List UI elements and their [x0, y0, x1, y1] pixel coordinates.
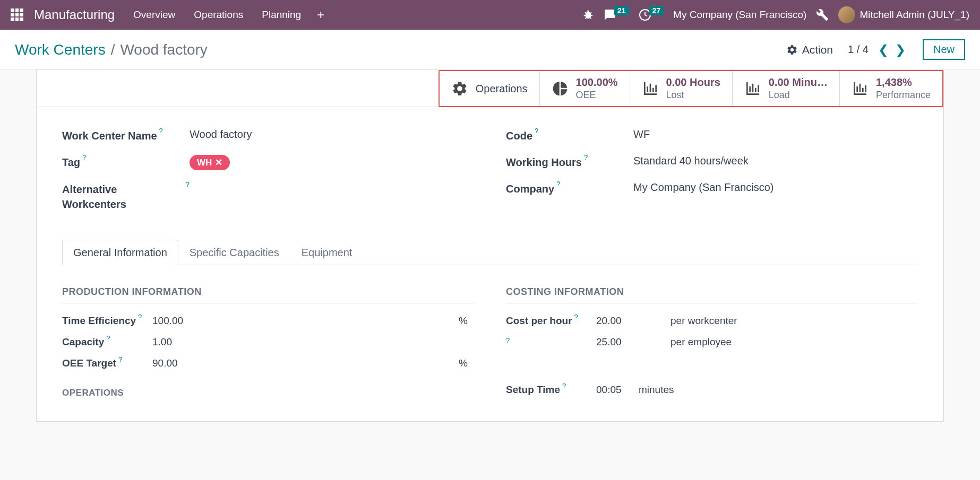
bar-chart-icon: [744, 80, 761, 97]
oee-target-value[interactable]: 90.00: [152, 357, 227, 369]
stat-load-value: 0.00 Minu…: [769, 76, 828, 89]
pie-chart-icon: [552, 80, 569, 97]
cph-label: Cost per hour: [506, 315, 572, 327]
stat-load-label: Load: [769, 89, 828, 101]
new-button[interactable]: New: [923, 39, 965, 60]
name-value[interactable]: Wood factory: [190, 128, 474, 141]
breadcrumb-bar: Work Centers / Wood factory Action 1 / 4…: [0, 30, 980, 70]
help-icon[interactable]: ?: [138, 313, 142, 325]
pager[interactable]: 1 / 4: [848, 43, 869, 56]
breadcrumb: Work Centers / Wood factory: [15, 41, 208, 58]
breadcrumb-right: Action 1 / 4 ❮ ❯ New: [786, 39, 965, 60]
tag-text: WH: [197, 158, 212, 168]
stat-performance-value: 1,438%: [876, 76, 931, 89]
user-name: Mitchell Admin (JULY_1): [859, 9, 969, 21]
breadcrumb-sep: /: [111, 41, 115, 58]
cph-unit: per workcenter: [670, 315, 737, 327]
company-label: Company: [506, 181, 554, 196]
nav-items: Overview Operations Planning: [133, 9, 301, 21]
gear-icon: [786, 44, 798, 56]
tabs: General Information Specific Capacities …: [62, 239, 918, 265]
gear-icon: [451, 80, 468, 97]
setup-unit: minutes: [639, 384, 674, 396]
company-value[interactable]: My Company (San Francisco): [633, 181, 918, 194]
hours-value[interactable]: Standard 40 hours/week: [633, 155, 918, 167]
form-sheet: Operations 100.00% OEE 0.00 Hours Lost: [36, 69, 944, 422]
cph-value[interactable]: 20.00: [596, 315, 670, 327]
pct-unit: %: [459, 357, 468, 369]
pager-next[interactable]: ❯: [893, 42, 908, 57]
tag-remove-icon[interactable]: ✕: [215, 157, 222, 168]
stat-row: Operations 100.00% OEE 0.00 Hours Lost: [37, 70, 943, 107]
company-selector[interactable]: My Company (San Francisco): [673, 9, 806, 21]
bar-chart-icon: [642, 80, 659, 97]
tab-content: PRODUCTION INFORMATION Time Efficiency? …: [62, 286, 918, 405]
pager-prev[interactable]: ❮: [876, 42, 891, 57]
help-icon[interactable]: ?: [159, 126, 163, 136]
capacity-label: Capacity: [62, 336, 104, 348]
bug-icon[interactable]: [582, 9, 594, 21]
activities-badge: 27: [649, 6, 664, 15]
stat-load[interactable]: 0.00 Minu… Load: [733, 71, 840, 106]
name-label: Work Center Name: [62, 128, 157, 143]
time-eff-value[interactable]: 100.00: [152, 315, 227, 327]
hours-label: Working Hours: [506, 155, 582, 170]
help-icon[interactable]: ?: [106, 334, 110, 346]
action-button[interactable]: Action: [786, 43, 833, 56]
tab-equipment[interactable]: Equipment: [290, 240, 364, 265]
help-icon[interactable]: ?: [186, 180, 190, 189]
help-icon[interactable]: ?: [574, 313, 578, 325]
nav-overview[interactable]: Overview: [133, 9, 175, 21]
alt-label: Alternative Workcenters: [62, 182, 184, 212]
tag-value-container[interactable]: WH ✕: [190, 155, 474, 170]
stat-performance[interactable]: 1,438% Performance: [840, 71, 942, 106]
time-eff-label: Time Efficiency: [62, 315, 136, 327]
setup-value[interactable]: 00:05: [596, 384, 639, 396]
content: Operations 100.00% OEE 0.00 Hours Lost: [0, 69, 980, 422]
tag-pill: WH ✕: [190, 155, 230, 170]
operations-subsection: OPERATIONS: [62, 388, 474, 398]
tab-specific[interactable]: Specific Capacities: [178, 240, 290, 265]
help-icon[interactable]: ?: [584, 153, 588, 162]
breadcrumb-current: Wood factory: [120, 41, 207, 58]
activities-icon[interactable]: 27: [639, 8, 664, 21]
nav-operations[interactable]: Operations: [194, 9, 243, 21]
messages-badge: 21: [614, 6, 629, 15]
stat-operations[interactable]: Operations: [440, 71, 540, 106]
pct-unit: %: [459, 315, 468, 327]
stat-oee-value: 100.00%: [576, 76, 618, 89]
stat-performance-label: Performance: [876, 89, 931, 101]
nav-right: 21 27 My Company (San Francisco) Mitchel…: [582, 6, 969, 23]
breadcrumb-parent[interactable]: Work Centers: [15, 41, 106, 58]
stat-lost[interactable]: 0.00 Hours Lost: [630, 71, 733, 106]
capacity-value[interactable]: 1.00: [152, 336, 227, 348]
app-brand[interactable]: Manufacturing: [34, 7, 115, 22]
oee-target-label: OEE Target: [62, 357, 116, 369]
code-label: Code: [506, 128, 532, 143]
apps-icon[interactable]: [11, 8, 23, 21]
user-menu[interactable]: Mitchell Admin (JULY_1): [838, 6, 969, 23]
nav-planning[interactable]: Planning: [262, 9, 301, 21]
action-label: Action: [802, 43, 833, 56]
cpe-unit: per employee: [670, 336, 732, 348]
costing-title: COSTING INFORMATION: [506, 286, 918, 303]
stat-oee[interactable]: 100.00% OEE: [540, 71, 630, 106]
tools-icon[interactable]: [816, 8, 829, 21]
bar-chart-icon: [852, 80, 869, 97]
help-icon[interactable]: ?: [118, 355, 122, 367]
help-icon[interactable]: ?: [562, 382, 566, 394]
help-icon[interactable]: ?: [535, 126, 538, 136]
avatar: [838, 6, 855, 23]
help-icon[interactable]: ?: [506, 336, 510, 344]
stat-operations-label: Operations: [476, 83, 528, 95]
production-title: PRODUCTION INFORMATION: [62, 286, 474, 303]
nav-plus-icon[interactable]: +: [317, 7, 324, 22]
messages-icon[interactable]: 21: [604, 8, 629, 21]
help-icon[interactable]: ?: [556, 179, 560, 189]
stat-lost-value: 0.00 Hours: [666, 76, 720, 89]
tab-general[interactable]: General Information: [62, 240, 178, 265]
stat-container: Operations 100.00% OEE 0.00 Hours Lost: [439, 70, 943, 107]
cpe-value[interactable]: 25.00: [596, 336, 670, 348]
code-value[interactable]: WF: [633, 128, 918, 141]
help-icon[interactable]: ?: [82, 153, 86, 162]
